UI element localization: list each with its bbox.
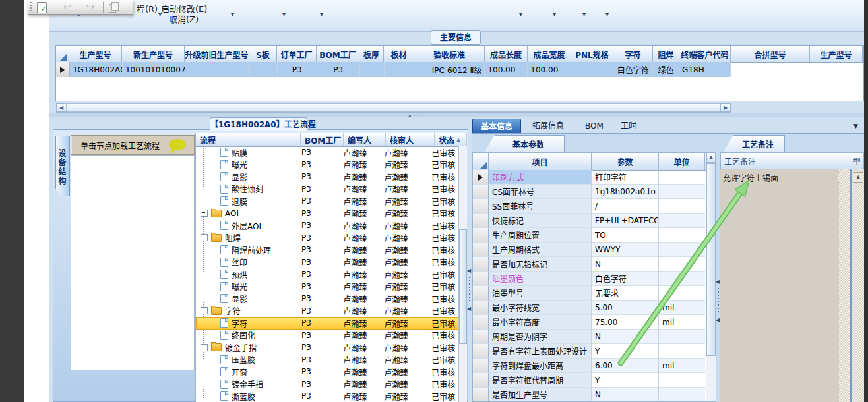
tree-node[interactable]: 贴膜 bbox=[196, 147, 297, 158]
tree-node[interactable]: 曝光 bbox=[196, 281, 297, 292]
collapse-minus-icon[interactable] bbox=[201, 307, 208, 314]
param-scrollbar-thumb[interactable] bbox=[706, 163, 716, 356]
tree-node[interactable]: 丝印 bbox=[196, 256, 297, 268]
tree-node[interactable]: 开窗 bbox=[196, 366, 297, 378]
column-header[interactable]: 新生产型号 bbox=[122, 46, 185, 62]
tab-basic-params[interactable]: 基本参数 bbox=[484, 135, 565, 152]
tree-row[interactable]: 丝印P3卢瀚臻卢瀚臻已审核 bbox=[196, 256, 459, 269]
collapse-minus-icon[interactable] bbox=[201, 234, 208, 241]
tree-row[interactable]: AOIP3卢瀚臻卢瀚臻已审核 bbox=[196, 208, 459, 220]
tree-row[interactable]: 阻焊前处理P3卢瀚臻卢瀚臻已审核 bbox=[196, 244, 459, 256]
param-unit-cell[interactable] bbox=[659, 272, 705, 286]
collapse-notes-icon[interactable]: ◀ bbox=[716, 279, 720, 285]
notes-scrollbar-track[interactable] bbox=[839, 169, 850, 402]
splitter-grip-icon[interactable]: ▲ ·········· bbox=[408, 114, 454, 117]
param-row[interactable]: 快捷标记FP+UL+DATECODE bbox=[473, 214, 706, 228]
param-item-cell[interactable]: 是否字符框代替周期 bbox=[489, 373, 592, 388]
tree-node[interactable]: 外层AOI bbox=[196, 220, 297, 231]
param-item-cell[interactable]: 是否有字符上表面处理设计 bbox=[489, 344, 592, 359]
tree-row[interactable]: 字符P3卢瀚臻卢瀚臻已审核 bbox=[196, 317, 459, 330]
cell[interactable]: P3 bbox=[278, 62, 317, 77]
param-value-cell[interactable]: Y bbox=[592, 373, 659, 388]
tree-row[interactable]: 外层AOIP3卢瀚臻卢瀚臻已审核 bbox=[196, 219, 459, 232]
tree-vertical-scrollbar[interactable] bbox=[458, 146, 467, 402]
tab-bom[interactable]: BOM bbox=[579, 119, 609, 133]
param-row-selector[interactable] bbox=[473, 301, 489, 315]
tree-node[interactable]: 酸性蚀刻 bbox=[196, 183, 297, 194]
tree-node[interactable]: AOI bbox=[196, 209, 297, 218]
row-selector-cell[interactable] bbox=[56, 62, 70, 77]
param-item-cell[interactable]: 印刷方式 bbox=[489, 170, 592, 185]
param-row[interactable]: 周期是否为阴字N bbox=[473, 330, 706, 344]
param-row-selector[interactable] bbox=[473, 330, 489, 344]
param-scroll-up-icon[interactable]: ▲ bbox=[706, 152, 716, 163]
tree-row[interactable]: 撕蓝胶P3卢瀚臻卢瀚臻已审核 bbox=[196, 390, 459, 402]
horizontal-splitter[interactable]: ▲ ·········· bbox=[49, 113, 864, 117]
collapse-minus-icon[interactable] bbox=[201, 344, 208, 351]
param-column-header[interactable]: 项目 bbox=[489, 153, 592, 170]
tree-column-header[interactable]: BOM工厂 bbox=[301, 133, 344, 146]
param-item-cell[interactable]: 最小字符线宽 bbox=[489, 301, 592, 315]
param-value-cell[interactable]: N bbox=[592, 388, 659, 402]
param-row-selector[interactable] bbox=[473, 388, 489, 402]
tree-node[interactable]: 字符 bbox=[196, 318, 297, 329]
param-row[interactable]: 印刷方式打印字符 bbox=[473, 170, 706, 185]
cell[interactable] bbox=[360, 62, 385, 77]
param-item-cell[interactable]: 是否加无铅标记 bbox=[489, 257, 592, 272]
column-header[interactable]: 板材 bbox=[384, 46, 414, 62]
column-header[interactable]: 板厚 bbox=[359, 46, 384, 62]
param-row[interactable]: 是否有字符上表面处理设计Y bbox=[473, 344, 706, 359]
param-value-cell[interactable]: 6.00 bbox=[592, 359, 659, 373]
param-row[interactable]: 油墨颜色白色字符 bbox=[473, 272, 706, 286]
param-row-selector[interactable] bbox=[473, 272, 489, 286]
tree-row[interactable]: 退膜P3卢瀚臻卢瀚臻已审核 bbox=[196, 195, 459, 208]
cell[interactable]: 绿色 bbox=[653, 62, 679, 77]
panel-dropdown-icon[interactable]: ▼ bbox=[853, 123, 858, 129]
save-check-icon[interactable]: ✓ bbox=[36, 2, 48, 13]
left-right-splitter[interactable]: ◀ ◀ bbox=[467, 132, 472, 402]
param-unit-cell[interactable] bbox=[659, 214, 705, 228]
tree-scrollbar-thumb[interactable] bbox=[459, 229, 467, 344]
tree-row[interactable]: 贴膜P3卢瀚臻卢瀚臻已审核 bbox=[196, 146, 459, 159]
column-header[interactable]: 订单工厂 bbox=[277, 46, 317, 62]
column-header[interactable]: 阻焊 bbox=[653, 46, 679, 62]
param-value-cell[interactable]: Y bbox=[592, 344, 659, 359]
dropdown-icon[interactable]: ▾ bbox=[605, 11, 609, 18]
param-item-cell[interactable]: 快捷标记 bbox=[489, 214, 592, 228]
param-value-cell[interactable]: 75.00 bbox=[592, 315, 659, 330]
notes-content[interactable]: 允许字符上锡面 ▲ ▲ bbox=[720, 169, 864, 402]
tab-equipment-structure[interactable]: 设备结构 bbox=[55, 136, 70, 196]
cell[interactable]: G18H bbox=[679, 62, 731, 77]
column-header[interactable]: PNL规格 bbox=[571, 46, 613, 62]
tree-row[interactable]: 终固化P3卢瀚臻卢瀚臻已审核 bbox=[196, 330, 459, 342]
tree-node[interactable]: 预烘 bbox=[196, 269, 297, 280]
param-row[interactable]: 是否加无铅标记N bbox=[473, 257, 706, 272]
param-value-cell[interactable]: N bbox=[592, 257, 659, 272]
param-row[interactable]: CS面菲林号1g18h002a0.to bbox=[473, 185, 706, 199]
menu-item-cancel[interactable]: 取消(Z) bbox=[169, 13, 199, 25]
param-unit-cell[interactable] bbox=[659, 330, 705, 344]
param-row[interactable]: 最小字符线宽5.00mil bbox=[473, 301, 706, 315]
param-row[interactable]: 是否加生产型号N bbox=[473, 388, 706, 402]
tree-row[interactable]: 压蓝胶P3卢瀚臻卢瀚臻已审核 bbox=[196, 354, 459, 366]
collapse-left-icon2[interactable]: ◀ bbox=[467, 306, 471, 312]
param-value-cell[interactable]: 白色字符 bbox=[592, 272, 659, 286]
column-header[interactable]: 生产型号 bbox=[810, 46, 863, 62]
column-header[interactable]: 验收标准 bbox=[414, 46, 485, 62]
param-unit-cell[interactable]: mil bbox=[659, 301, 705, 315]
param-value-cell[interactable]: 5.00 bbox=[592, 301, 659, 315]
param-item-cell[interactable]: 最小字符高度 bbox=[489, 315, 592, 330]
param-row-selector[interactable] bbox=[473, 373, 489, 388]
cell[interactable] bbox=[571, 62, 613, 77]
tree-node[interactable]: 撕蓝胶 bbox=[196, 391, 297, 402]
param-value-cell[interactable]: WWYY bbox=[592, 243, 659, 257]
tree-row[interactable]: 显影P3卢瀚臻卢瀚臻已审核 bbox=[196, 171, 459, 183]
param-row-selector[interactable] bbox=[473, 286, 489, 301]
horizontal-scrollbar[interactable]: ◀ ▶ bbox=[56, 103, 731, 113]
param-column-header[interactable]: 单位 bbox=[659, 153, 705, 170]
notes-column2-header[interactable]: 型 bbox=[850, 156, 861, 167]
dropdown-icon[interactable]: ▾ bbox=[282, 11, 286, 18]
scroll-right-icon[interactable]: ▶ bbox=[720, 103, 731, 112]
param-value-cell[interactable]: 无要求 bbox=[592, 286, 659, 301]
notes-column-header[interactable]: 工艺备注 bbox=[721, 156, 850, 167]
